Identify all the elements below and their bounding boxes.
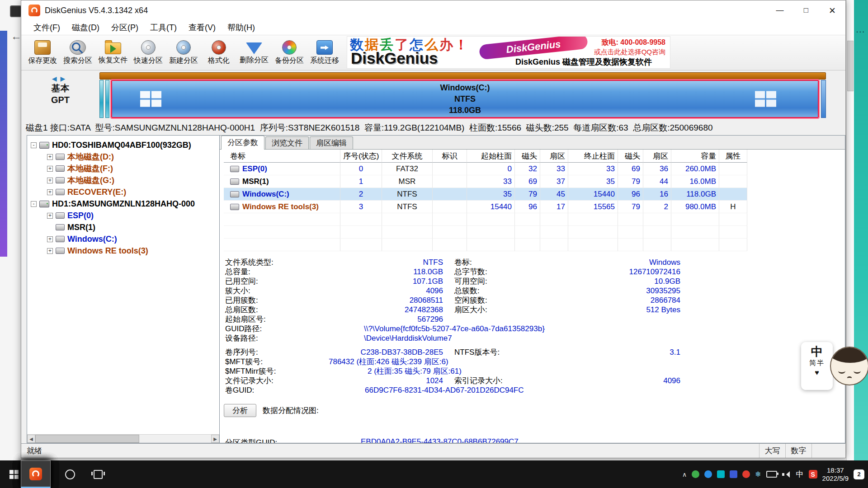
tree-item-local-f[interactable]: + 本地磁盘(F:) bbox=[27, 163, 219, 174]
next-disk-arrow[interactable]: ▶ bbox=[61, 75, 69, 82]
menu-file[interactable]: 文件(F) bbox=[28, 22, 66, 33]
prev-disk-arrow[interactable]: ◀ bbox=[52, 75, 61, 82]
sogou-ime-widget[interactable]: 中 简半 ♥ bbox=[801, 342, 868, 394]
col-flag[interactable]: 标识 bbox=[433, 150, 467, 163]
col-end-head[interactable]: 磁头 bbox=[618, 150, 643, 163]
table-row-windows-c-selected[interactable]: Windows(C:) 2 NTFS 35 79 45 15440 96 16 … bbox=[224, 188, 747, 201]
tree-item-windows-c[interactable]: + Windows(C:) bbox=[27, 233, 219, 245]
minimize-button[interactable]: — bbox=[767, 0, 793, 20]
background-scrollbar-thumb[interactable] bbox=[847, 41, 854, 91]
notification-badge[interactable]: 2 bbox=[854, 469, 864, 479]
tray-teal-icon[interactable] bbox=[717, 470, 725, 478]
close-button[interactable]: ✕ bbox=[819, 0, 845, 20]
disk-type-gpt: GPT bbox=[21, 94, 99, 106]
disk-type-basic: 基本 bbox=[21, 82, 99, 94]
allocation-map-label: 数据分配情况图: bbox=[263, 405, 319, 416]
tree-item-re-tools[interactable]: + Windows RE tools(3) bbox=[27, 245, 219, 257]
tab-partition-params[interactable]: 分区参数 bbox=[221, 136, 264, 150]
scroll-left-arrow[interactable]: ◀ bbox=[27, 435, 35, 443]
expand-icon[interactable]: + bbox=[47, 236, 53, 242]
new-partition-button[interactable]: 新建分区 bbox=[166, 37, 201, 69]
quick-partition-button[interactable]: 快速分区 bbox=[131, 37, 166, 69]
tray-green-icon[interactable] bbox=[692, 470, 699, 478]
tray-navy-icon[interactable] bbox=[730, 470, 737, 478]
tree-item-hd1[interactable]: - HD1:SAMSUNGMZNLN128HAHQ-000 bbox=[27, 198, 219, 210]
tree-item-recovery-e[interactable]: + RECOVERY(E:) bbox=[27, 186, 219, 198]
table-row-msr[interactable]: MSR(1) 1 MSR 33 69 37 35 79 44 16.0MB bbox=[224, 175, 747, 188]
collapse-icon[interactable]: - bbox=[31, 142, 37, 148]
col-end-cylinder[interactable]: 终止柱面 bbox=[568, 150, 618, 163]
task-view-button[interactable] bbox=[84, 460, 112, 488]
tray-red-icon[interactable] bbox=[742, 470, 750, 478]
menu-tools[interactable]: 工具(T) bbox=[144, 22, 183, 33]
expand-icon[interactable]: + bbox=[47, 248, 53, 254]
delete-partition-button[interactable]: 删除分区 bbox=[236, 37, 272, 69]
cell-volume: Windows(C:) bbox=[224, 188, 340, 201]
partition-block-windows-c[interactable]: Windows(C:) NTFS 118.0GB bbox=[111, 80, 819, 118]
taskbar-clock[interactable]: 18:37 2022/5/9 bbox=[822, 466, 849, 483]
expand-icon[interactable]: + bbox=[47, 166, 53, 172]
tree-item-label: Windows RE tools(3) bbox=[67, 246, 148, 256]
tree-item-local-d[interactable]: + 本地磁盘(D:) bbox=[27, 151, 219, 163]
col-volume-label[interactable]: 卷标 bbox=[224, 150, 340, 163]
background-back-arrow[interactable]: ← bbox=[11, 30, 22, 42]
col-start-cylinder[interactable]: 起始柱面 bbox=[467, 150, 515, 163]
partition-block-msr[interactable] bbox=[105, 80, 109, 118]
snowflake-icon[interactable]: ❄ bbox=[755, 471, 761, 478]
expand-icon[interactable]: + bbox=[47, 213, 53, 219]
col-filesystem[interactable]: 文件系统 bbox=[382, 150, 433, 163]
col-start-sector[interactable]: 扇区 bbox=[540, 150, 568, 163]
background-more-icon[interactable]: ⋯ bbox=[856, 26, 865, 37]
disk-bar[interactable] bbox=[99, 72, 826, 80]
expand-icon[interactable]: + bbox=[47, 154, 53, 160]
tray-blue-icon[interactable] bbox=[704, 470, 712, 478]
tree-item-label: HD0:TOSHIBAMQ04ABF100(932GB) bbox=[52, 141, 191, 150]
menu-disk[interactable]: 磁盘(D) bbox=[66, 22, 105, 33]
partition-block-re-tools[interactable] bbox=[821, 80, 826, 118]
new-partition-icon bbox=[176, 40, 191, 55]
taskbar-app-diskgenius-active[interactable] bbox=[21, 460, 51, 488]
tree-item-esp[interactable]: + ESP(0) bbox=[27, 210, 219, 221]
collapse-icon[interactable]: - bbox=[31, 201, 37, 207]
sogou-tray-icon[interactable]: S bbox=[809, 470, 817, 479]
menu-view[interactable]: 查看(V) bbox=[183, 22, 222, 33]
scroll-right-arrow[interactable]: ▶ bbox=[211, 435, 219, 443]
sogou-status-card[interactable]: 中 简半 ♥ bbox=[801, 342, 833, 390]
scrollbar-thumb[interactable] bbox=[35, 435, 139, 443]
col-start-head[interactable]: 磁头 bbox=[515, 150, 540, 163]
tab-sector-edit[interactable]: 扇区编辑 bbox=[310, 136, 353, 149]
search-partition-button[interactable]: 搜索分区 bbox=[60, 37, 95, 69]
tree-horizontal-scrollbar[interactable]: ◀ ▶ bbox=[27, 434, 219, 443]
partition-block-esp[interactable] bbox=[99, 80, 104, 118]
table-row-esp[interactable]: ESP(0) 0 FAT32 0 32 33 33 69 36 260.0MB bbox=[224, 163, 747, 175]
partition-type-guid-value: EBD0A0A2-B9E5-4433-87C0-68B6B72699C7 bbox=[322, 437, 519, 443]
col-attributes[interactable]: 属性 bbox=[719, 150, 747, 163]
maximize-button[interactable]: □ bbox=[793, 0, 819, 20]
cortana-button[interactable] bbox=[56, 460, 84, 488]
col-capacity[interactable]: 容量 bbox=[671, 150, 719, 163]
hidden-icons-chevron[interactable]: ∧ bbox=[682, 471, 687, 478]
backup-partition-button[interactable]: 备份分区 bbox=[272, 37, 307, 69]
table-empty-row bbox=[224, 226, 747, 239]
ime-indicator[interactable]: 中 bbox=[796, 469, 804, 479]
tab-browse-files[interactable]: 浏览文件 bbox=[265, 136, 309, 149]
system-migrate-button[interactable]: 系统迁移 bbox=[307, 37, 342, 69]
recover-files-button[interactable]: 恢复文件 bbox=[95, 37, 131, 69]
tree-item-msr[interactable]: MSR(1) bbox=[27, 221, 219, 233]
analyze-button[interactable]: 分析 bbox=[224, 404, 256, 417]
promo-banner[interactable]: 数据丢了怎么办！ DiskGenius DiskGenius 致电: 400-0… bbox=[347, 36, 670, 69]
format-button[interactable]: 格式化 bbox=[201, 37, 236, 69]
expand-icon[interactable]: + bbox=[47, 178, 53, 183]
expand-icon[interactable]: + bbox=[47, 189, 53, 195]
menu-partition[interactable]: 分区(P) bbox=[105, 22, 144, 33]
menu-help[interactable]: 帮助(H) bbox=[222, 22, 261, 33]
battery-icon[interactable] bbox=[766, 471, 777, 478]
save-changes-button[interactable]: 保存更改 bbox=[25, 37, 60, 69]
promo-qq-link[interactable]: 或点击此处选择QQ咨询 bbox=[594, 48, 665, 56]
table-row-re-tools[interactable]: Windows RE tools(3) 3 NTFS 15440 96 17 1… bbox=[224, 201, 747, 213]
tree-item-hd0[interactable]: - HD0:TOSHIBAMQ04ABF100(932GB) bbox=[27, 139, 219, 151]
volume-icon-tray[interactable] bbox=[782, 471, 791, 478]
col-seq-status[interactable]: 序号(状态) bbox=[340, 150, 382, 163]
tree-item-local-g[interactable]: + 本地磁盘(G:) bbox=[27, 174, 219, 186]
col-end-sector[interactable]: 扇区 bbox=[643, 150, 671, 163]
